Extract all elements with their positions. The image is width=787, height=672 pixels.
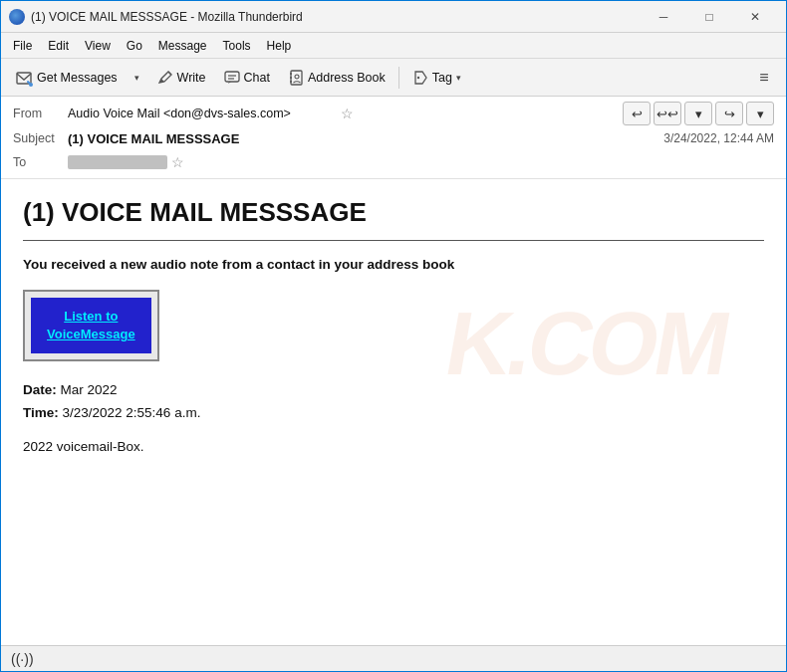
subject-row: Subject (1) VOICE MAIL MESSSAGE 3/24/202… xyxy=(13,126,774,150)
app-icon xyxy=(9,9,25,25)
address-book-icon xyxy=(288,70,304,86)
date-value: Mar 2022 xyxy=(61,382,118,397)
write-button[interactable]: Write xyxy=(149,66,214,90)
voicemail-inner: Listen to VoiceMessage xyxy=(31,298,151,353)
email-divider xyxy=(23,240,764,241)
to-value-blurred xyxy=(68,155,167,169)
minimize-button[interactable]: ─ xyxy=(641,1,686,33)
menu-message[interactable]: Message xyxy=(150,36,215,56)
email-body-intro: You received a new audio note from a con… xyxy=(23,257,764,272)
main-window: (1) VOICE MAIL MESSSAGE - Mozilla Thunde… xyxy=(0,0,787,672)
from-label: From xyxy=(13,107,68,120)
from-value: Audio Voice Mail <don@dvs-sales.com> xyxy=(68,107,337,120)
tag-label: Tag xyxy=(432,71,452,85)
header-actions: ↩ ↩↩ ▾ ↪ ▾ xyxy=(623,102,774,125)
tag-icon xyxy=(412,70,428,86)
title-bar: (1) VOICE MAIL MESSSAGE - Mozilla Thunde… xyxy=(1,1,786,33)
menu-file[interactable]: File xyxy=(5,36,40,56)
to-label: To xyxy=(13,155,68,169)
menu-go[interactable]: Go xyxy=(119,36,150,56)
expand-actions-button[interactable]: ▾ xyxy=(684,102,712,125)
menu-view[interactable]: View xyxy=(77,36,119,56)
dropdown-arrow-icon: ▾ xyxy=(134,73,139,83)
email-content: (1) VOICE MAIL MESSSAGE You received a n… xyxy=(23,197,764,454)
voicemail-link-line1: Listen to xyxy=(64,309,118,324)
more-actions-button[interactable]: ▾ xyxy=(746,102,774,125)
subject-label: Subject xyxy=(13,131,68,145)
to-star-icon[interactable]: ☆ xyxy=(171,154,184,170)
tag-button[interactable]: Tag ▾ xyxy=(404,66,469,90)
write-icon xyxy=(157,70,173,86)
reply-all-button[interactable]: ↩↩ xyxy=(654,102,681,125)
menu-help[interactable]: Help xyxy=(259,36,300,56)
menu-edit[interactable]: Edit xyxy=(40,36,77,56)
get-messages-button[interactable]: Get Messages xyxy=(7,65,126,91)
date-line: Date: Mar 2022 xyxy=(23,379,764,402)
email-body: K.COM (1) VOICE MAIL MESSSAGE You receiv… xyxy=(1,179,786,645)
subject-value: (1) VOICE MAIL MESSSAGE xyxy=(68,131,366,146)
email-footer-text: 2022 voicemail-Box. xyxy=(23,439,764,454)
chat-icon xyxy=(224,70,240,86)
voicemail-link[interactable]: Listen to VoiceMessage xyxy=(47,308,135,343)
time-label: Time: xyxy=(23,405,59,420)
get-messages-label: Get Messages xyxy=(37,71,118,85)
address-book-button[interactable]: Address Book xyxy=(280,66,394,90)
get-messages-icon xyxy=(15,69,33,87)
from-star-icon[interactable]: ☆ xyxy=(341,106,354,121)
write-label: Write xyxy=(177,71,206,85)
chat-button[interactable]: Chat xyxy=(216,66,278,90)
toolbar: Get Messages ▾ Write Chat xyxy=(1,59,786,97)
to-row: To ☆ xyxy=(13,150,774,174)
date-label: Date: xyxy=(23,382,57,397)
connection-status-icon: ((·)) xyxy=(11,651,34,667)
menu-tools[interactable]: Tools xyxy=(215,36,259,56)
svg-point-1 xyxy=(29,83,33,87)
address-book-label: Address Book xyxy=(308,71,386,85)
tag-dropdown-icon: ▾ xyxy=(456,73,461,83)
time-value: 3/23/2022 2:55:46 a.m. xyxy=(63,405,201,420)
voicemail-container: Listen to VoiceMessage xyxy=(23,290,159,361)
maximize-button[interactable]: □ xyxy=(686,1,732,33)
time-line: Time: 3/23/2022 2:55:46 a.m. xyxy=(23,402,764,425)
window-controls: ─ □ ✕ xyxy=(641,1,778,33)
menu-bar: File Edit View Go Message Tools Help xyxy=(1,33,786,59)
forward-button[interactable]: ↪ xyxy=(715,102,743,125)
hamburger-menu-button[interactable]: ≡ xyxy=(748,64,780,92)
toolbar-separator xyxy=(398,67,399,89)
window-title: (1) VOICE MAIL MESSSAGE - Mozilla Thunde… xyxy=(31,10,641,24)
svg-point-10 xyxy=(417,76,419,78)
get-messages-dropdown[interactable]: ▾ xyxy=(128,64,147,92)
reply-button[interactable]: ↩ xyxy=(623,102,651,125)
email-headers: From Audio Voice Mail <don@dvs-sales.com… xyxy=(1,97,786,179)
chat-label: Chat xyxy=(244,71,270,85)
close-button[interactable]: ✕ xyxy=(732,1,778,33)
voicemail-link-line2: VoiceMessage xyxy=(47,327,135,341)
status-bar: ((·)) xyxy=(1,645,786,671)
email-main-title: (1) VOICE MAIL MESSSAGE xyxy=(23,197,764,228)
from-row: From Audio Voice Mail <don@dvs-sales.com… xyxy=(13,101,774,126)
email-meta: Date: Mar 2022 Time: 3/23/2022 2:55:46 a… xyxy=(23,379,764,425)
hamburger-icon: ≡ xyxy=(759,69,768,87)
svg-rect-2 xyxy=(225,72,239,82)
email-timestamp: 3/24/2022, 12:44 AM xyxy=(663,131,774,145)
svg-point-9 xyxy=(295,75,299,79)
